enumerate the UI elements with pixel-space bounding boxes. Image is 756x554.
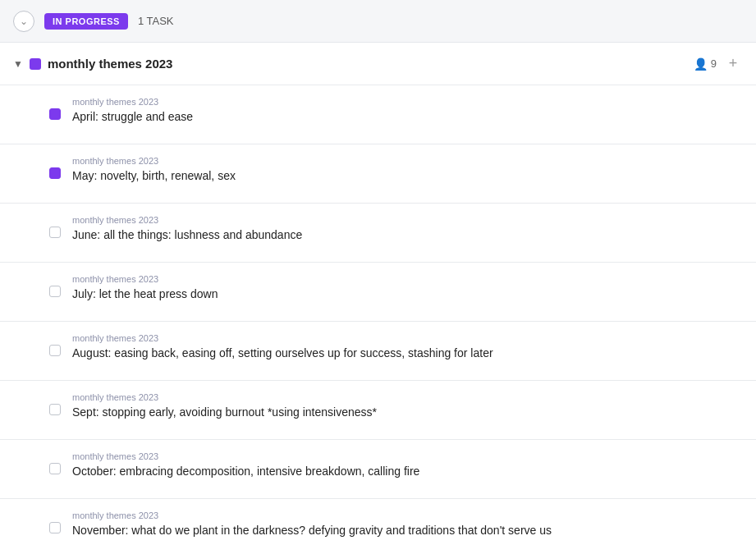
- add-task-button[interactable]: +: [723, 54, 743, 74]
- task-title: Sept: stopping early, avoiding burnout *…: [72, 405, 743, 421]
- task-content: monthly themes 2023April: struggle and e…: [72, 94, 743, 126]
- task-checkbox[interactable]: [49, 227, 61, 238]
- task-checkbox[interactable]: [49, 463, 61, 474]
- group-color-dot: [30, 58, 41, 70]
- chevron-down-icon: ⌄: [20, 16, 28, 27]
- main-content: ▼ monthly themes 2023 👤 9 + monthly them…: [0, 43, 756, 554]
- task-parent-label: monthly themes 2023: [72, 156, 743, 166]
- task-content: monthly themes 2023October: embracing de…: [72, 448, 743, 480]
- task-content: monthly themes 2023July: let the heat pr…: [72, 271, 743, 303]
- task-parent-label: monthly themes 2023: [72, 274, 743, 284]
- task-row[interactable]: monthly themes 2023July: let the heat pr…: [0, 263, 756, 322]
- task-title: May: novelty, birth, renewal, sex: [72, 168, 743, 185]
- task-row[interactable]: monthly themes 2023May: novelty, birth, …: [0, 144, 756, 204]
- task-checkbox[interactable]: [49, 404, 61, 415]
- task-row[interactable]: monthly themes 2023Sept: stopping early,…: [0, 381, 756, 440]
- task-content: monthly themes 2023August: easing back, …: [72, 330, 743, 362]
- task-row[interactable]: monthly themes 2023August: easing back, …: [0, 322, 756, 381]
- task-parent-label: monthly themes 2023: [72, 451, 743, 461]
- task-content: monthly themes 2023November: what do we …: [72, 507, 743, 539]
- task-parent-label: monthly themes 2023: [72, 333, 743, 343]
- task-list: monthly themes 2023April: struggle and e…: [0, 85, 756, 554]
- group-chevron-icon[interactable]: ▼: [13, 58, 23, 70]
- task-title: October: embracing decomposition, intens…: [72, 464, 743, 480]
- task-parent-label: monthly themes 2023: [72, 392, 743, 402]
- task-title: April: struggle and ease: [72, 109, 743, 126]
- group-header: ▼ monthly themes 2023 👤 9 +: [0, 43, 756, 85]
- status-badge: IN PROGRESS: [44, 13, 128, 30]
- task-checkbox[interactable]: [49, 522, 61, 533]
- task-content: monthly themes 2023June: all the things:…: [72, 212, 743, 244]
- page-wrapper: ⌄ IN PROGRESS 1 TASK ▼ monthly themes 20…: [0, 0, 756, 554]
- task-checkbox[interactable]: [49, 286, 61, 297]
- task-title: June: all the things: lushness and abund…: [72, 227, 743, 244]
- group-title: monthly themes 2023: [48, 57, 687, 71]
- task-parent-label: monthly themes 2023: [72, 97, 743, 107]
- task-title: August: easing back, easing off, setting…: [72, 346, 743, 362]
- task-title: November: what do we plant in the darkne…: [72, 523, 743, 539]
- task-row[interactable]: monthly themes 2023November: what do we …: [0, 499, 756, 554]
- assignee-group: 👤 9: [694, 57, 717, 71]
- top-bar: ⌄ IN PROGRESS 1 TASK: [0, 0, 756, 43]
- task-checkbox[interactable]: [49, 108, 61, 120]
- task-row[interactable]: monthly themes 2023October: embracing de…: [0, 440, 756, 499]
- person-icon: 👤: [694, 57, 708, 71]
- task-title: July: let the heat press down: [72, 286, 743, 303]
- task-checkbox[interactable]: [49, 345, 61, 356]
- assignee-count: 9: [711, 57, 717, 70]
- task-checkbox[interactable]: [49, 167, 61, 179]
- task-count: 1 TASK: [138, 15, 174, 27]
- task-content: monthly themes 2023Sept: stopping early,…: [72, 389, 743, 421]
- collapse-button[interactable]: ⌄: [13, 11, 34, 32]
- task-parent-label: monthly themes 2023: [72, 215, 743, 225]
- task-parent-label: monthly themes 2023: [72, 511, 743, 520]
- task-row[interactable]: monthly themes 2023April: struggle and e…: [0, 85, 756, 144]
- task-row[interactable]: monthly themes 2023June: all the things:…: [0, 204, 756, 263]
- task-content: monthly themes 2023May: novelty, birth, …: [72, 153, 743, 185]
